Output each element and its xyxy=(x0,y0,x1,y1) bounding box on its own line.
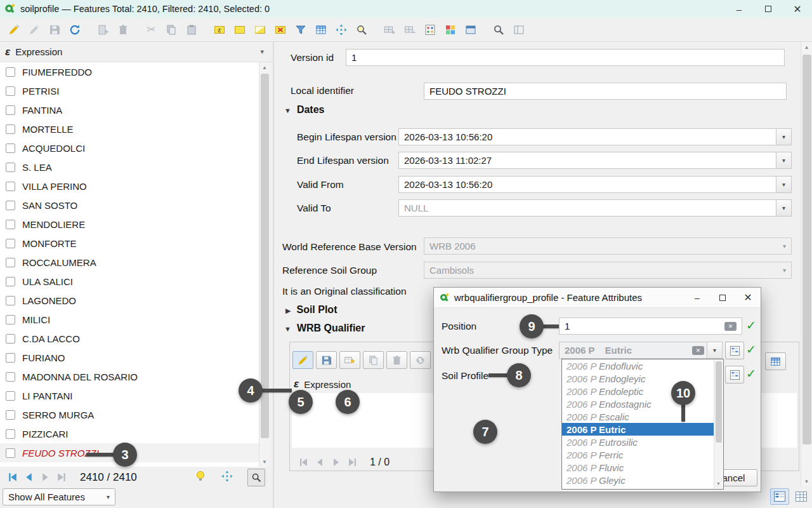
list-item[interactable]: C.DA LACCO xyxy=(0,329,259,348)
field-calculator-icon[interactable] xyxy=(421,21,439,39)
close-button[interactable]: ✕ xyxy=(783,0,812,18)
begin-lifespan-input[interactable]: 2026-03-13 10:56:20 ▾ xyxy=(398,128,792,145)
position-input[interactable]: 1 ✕ xyxy=(559,318,742,335)
form-view-toggle-button[interactable] xyxy=(770,488,789,505)
filter-mode-button[interactable]: Show All Features ▾ xyxy=(3,488,115,505)
wrb-version-combo[interactable]: WRB 2006 ▾ xyxy=(424,237,792,255)
list-item[interactable]: ULA SALICI xyxy=(0,272,259,291)
highlight-feature-icon[interactable] xyxy=(194,470,207,485)
list-item[interactable]: MONFORTE xyxy=(0,234,259,253)
table-view-toggle-button[interactable] xyxy=(792,488,811,505)
dropdown-item[interactable]: 2006 PEndogleyic xyxy=(562,372,714,385)
soil-profile-form-view-button[interactable] xyxy=(725,366,744,384)
child-delete-feature-button[interactable] xyxy=(386,351,407,369)
checkbox[interactable] xyxy=(6,201,15,210)
pan-to-selection-icon[interactable] xyxy=(332,21,350,39)
child-link-feature-button[interactable] xyxy=(410,351,431,369)
delete-selected-icon[interactable] xyxy=(114,21,132,39)
group-type-combo[interactable]: 2006 PEutric ✕ ▾ xyxy=(559,342,723,359)
valid-to-input[interactable]: NULL ▾ xyxy=(398,199,792,217)
local-identifier-input[interactable]: FEUDO STROZZI xyxy=(424,83,787,100)
cut-icon[interactable]: ✂ xyxy=(142,21,160,39)
clear-value-icon[interactable]: ✕ xyxy=(724,322,737,331)
checkbox[interactable] xyxy=(6,144,15,153)
child-toggle-editing-button[interactable] xyxy=(292,351,313,369)
checkbox[interactable] xyxy=(6,124,15,134)
list-item[interactable]: LI PANTANI xyxy=(0,386,259,405)
list-item[interactable]: SAN SOSTO xyxy=(0,196,259,215)
dropdown-scrollbar[interactable]: ▼ xyxy=(714,360,723,488)
list-item[interactable]: S. LEA xyxy=(0,157,259,177)
panel-icon[interactable] xyxy=(510,21,528,39)
scroll-down-icon[interactable]: ▼ xyxy=(259,457,270,467)
scroll-down-icon[interactable]: ▼ xyxy=(714,478,723,488)
form-scrollbar[interactable]: ▲ ▼ xyxy=(801,42,812,486)
end-lifespan-input[interactable]: 2026-03-13 11:02:27 ▾ xyxy=(398,152,792,169)
multiedit-icon[interactable] xyxy=(25,21,43,39)
valid-from-input[interactable]: 2026-03-13 10:56:20 ▾ xyxy=(398,176,792,193)
child-next-feature-button[interactable] xyxy=(328,454,344,471)
checkbox[interactable] xyxy=(6,410,15,420)
select-all-icon[interactable] xyxy=(231,21,249,39)
conditional-formatting-icon[interactable] xyxy=(442,21,459,39)
list-item[interactable]: ROCCALUMERA xyxy=(0,253,259,272)
previous-feature-button[interactable] xyxy=(20,469,37,486)
scrollbar-thumb[interactable] xyxy=(716,361,722,443)
toggle-editing-icon[interactable] xyxy=(5,21,23,39)
dialog-close-button[interactable]: ✕ xyxy=(735,288,761,307)
list-item[interactable]: PIZZICARI xyxy=(0,424,259,443)
organize-columns-icon[interactable] xyxy=(312,21,330,39)
checkbox[interactable] xyxy=(6,258,15,267)
zoom-to-selection-icon[interactable] xyxy=(353,21,370,39)
checkbox[interactable] xyxy=(6,239,15,248)
child-add-feature-button[interactable] xyxy=(339,351,360,369)
feature-list-scrollbar[interactable]: ▲ ▼ xyxy=(259,62,270,467)
list-item[interactable]: MORTELLE xyxy=(0,119,259,138)
dropdown-item[interactable]: 2006 PFluvic xyxy=(562,461,714,474)
checkbox[interactable] xyxy=(6,182,15,191)
dock-table-icon[interactable] xyxy=(462,21,480,39)
list-item[interactable]: SERRO MURGA xyxy=(0,405,259,424)
list-item[interactable]: LAGONEDO xyxy=(0,291,259,310)
dropdown-item[interactable]: 2006 PEndofluvic xyxy=(562,359,714,372)
list-item[interactable]: FURIANO xyxy=(0,348,259,367)
dates-section-header[interactable]: ▼Dates xyxy=(284,104,324,116)
maximize-button[interactable] xyxy=(754,0,783,18)
dialog-maximize-button[interactable] xyxy=(710,288,735,307)
minimize-button[interactable]: – xyxy=(724,0,754,18)
add-feature-icon[interactable] xyxy=(94,21,112,39)
child-table-view-button[interactable] xyxy=(765,352,786,370)
dropdown-arrow-icon[interactable]: ▾ xyxy=(776,177,791,192)
child-first-feature-button[interactable] xyxy=(295,454,311,471)
list-item[interactable]: ACQUEDOLCI xyxy=(0,138,259,157)
dropdown-item[interactable]: 2006 PGleyic xyxy=(562,474,714,486)
dropdown-arrow-icon[interactable]: ▾ xyxy=(776,152,791,168)
dropdown-item[interactable]: 2006 PEutrosilic xyxy=(562,436,714,448)
group-type-form-view-button[interactable] xyxy=(725,342,744,359)
checkbox[interactable] xyxy=(6,372,15,382)
dropdown-item[interactable]: 2006 PFerric xyxy=(562,448,714,461)
select-by-expression-icon[interactable]: ε xyxy=(211,21,228,39)
filter-icon[interactable] xyxy=(292,21,310,39)
checkbox[interactable] xyxy=(6,86,15,96)
zoom-to-feature-button[interactable] xyxy=(247,469,265,486)
copy-icon[interactable] xyxy=(162,21,180,39)
checkbox[interactable] xyxy=(6,220,15,229)
dropdown-arrow-icon[interactable]: ▾ xyxy=(776,129,791,145)
list-item[interactable]: MADONNA DEL ROSARIO xyxy=(0,367,259,386)
dialog-title-bar[interactable]: wrbqualifiergroup_profile - Feature Attr… xyxy=(434,288,761,308)
soil-group-combo[interactable]: Cambisols ▾ xyxy=(424,262,792,279)
list-item[interactable]: MILICI xyxy=(0,310,259,329)
checkbox[interactable] xyxy=(6,277,15,286)
list-item[interactable]: PETRISI xyxy=(0,81,259,100)
deselect-all-icon[interactable] xyxy=(272,21,289,39)
checkbox[interactable] xyxy=(6,315,15,324)
view-selector-arrow-icon[interactable]: ▾ xyxy=(260,48,264,56)
dropdown-arrow-icon[interactable]: ▾ xyxy=(776,200,791,216)
invert-selection-icon[interactable] xyxy=(251,21,269,39)
view-selector-label[interactable]: Expression xyxy=(15,46,62,57)
child-view-selector[interactable]: ε Expression xyxy=(294,378,351,391)
checkbox[interactable] xyxy=(6,391,15,401)
checkbox[interactable] xyxy=(6,353,15,363)
pan-to-feature-icon[interactable] xyxy=(221,470,233,485)
